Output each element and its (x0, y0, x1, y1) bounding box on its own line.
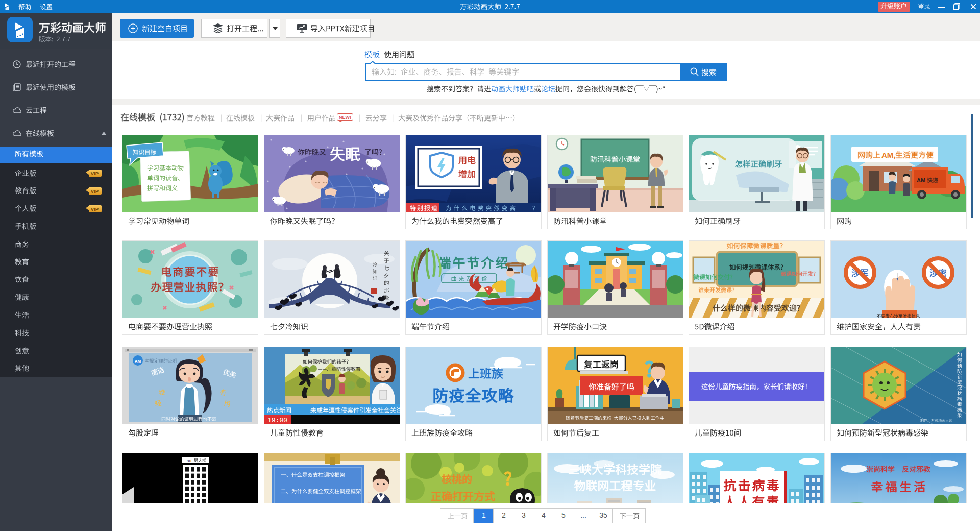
svg-text:VIP: VIP (91, 188, 99, 194)
svg-text:AM: AM (917, 177, 925, 183)
svg-text:AM: AM (135, 359, 141, 364)
svg-text:VIP: VIP (91, 171, 99, 176)
svg-text:NEW!: NEW! (339, 115, 351, 120)
svg-text:VIP: VIP (91, 206, 99, 211)
svg-text:AM,: AM, (881, 151, 896, 159)
svg-text:90: 90 (187, 458, 191, 463)
svg-text:19:00: 19:00 (267, 417, 287, 424)
